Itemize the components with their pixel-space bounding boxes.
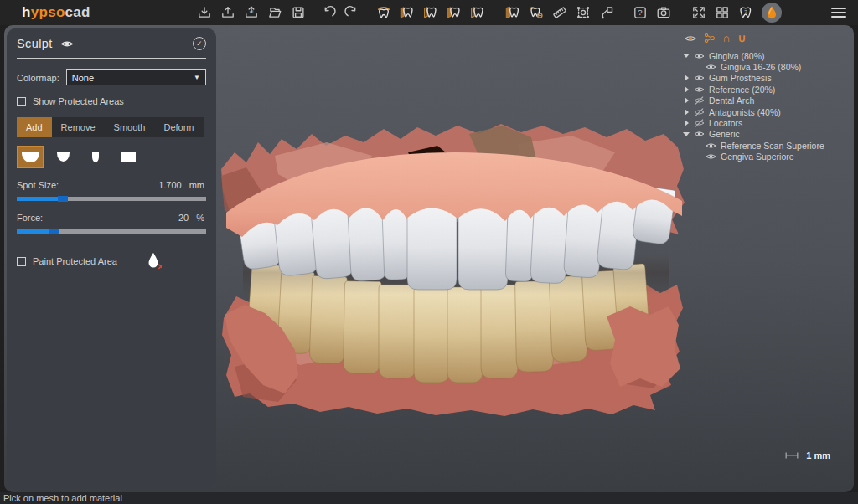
expander-icon[interactable] (683, 109, 690, 116)
eye-visible-icon[interactable] (694, 85, 705, 94)
tooth-edit-button[interactable] (528, 3, 545, 22)
help-button[interactable]: ? (632, 3, 649, 22)
logo-end: cad (65, 4, 90, 20)
tree-item-label: Gum Prosthesis (709, 73, 772, 83)
tree-hierarchy-icon[interactable] (704, 33, 715, 44)
tooth-arch-icon (376, 5, 391, 20)
tooth-arch-button[interactable] (375, 3, 392, 22)
help-icon: ? (633, 5, 648, 20)
eye-visible-icon[interactable] (706, 141, 716, 150)
expander-icon[interactable] (683, 54, 690, 58)
tooth-question-button[interactable]: ? (737, 3, 754, 22)
panel-eye-icon[interactable] (60, 39, 74, 49)
tree-item[interactable]: Reference Scan Superiore (683, 140, 844, 151)
redo-icon (344, 5, 359, 20)
tab-smooth[interactable]: Smooth (105, 117, 155, 137)
spot-size-value: 1.700 (158, 180, 182, 190)
brush-bowl-button[interactable] (49, 146, 76, 168)
export-stl-button[interactable]: stl (243, 3, 260, 22)
sculpt-tabbar: AddRemoveSmoothDeform (17, 117, 204, 137)
tree-item[interactable]: Gum Prosthesis (683, 73, 844, 84)
cut-plane-button[interactable] (598, 3, 615, 22)
confirm-button[interactable]: ✓ (193, 37, 206, 50)
eye-visible-icon[interactable] (694, 52, 705, 60)
tree-visibility-icon[interactable] (685, 34, 696, 43)
tooth-question-icon: ? (738, 5, 753, 20)
force-label: Force: (17, 213, 43, 223)
spot-size-row: Spot Size: 1.700 mm (17, 180, 206, 190)
ruler-button[interactable] (551, 3, 568, 22)
force-slider[interactable] (17, 229, 206, 234)
colormap-label: Colormap: (17, 73, 59, 83)
svg-text:stl: stl (250, 10, 254, 14)
eye-visible-icon[interactable] (694, 74, 705, 82)
export-button[interactable] (220, 3, 236, 22)
tree-item[interactable]: Antagonists (40%) (683, 106, 844, 117)
upper-arch-icon[interactable]: ∩ (722, 34, 730, 43)
tree-item-label: Locators (709, 118, 742, 128)
redo-button[interactable] (344, 3, 360, 22)
eye-visible-icon[interactable] (694, 130, 705, 138)
tree-item[interactable]: Reference (20%) (683, 84, 844, 95)
logo-mid: ypso (31, 4, 65, 20)
tree-item[interactable]: Locators (683, 117, 844, 128)
menu-button[interactable] (831, 8, 846, 18)
brush-point-button[interactable] (82, 146, 109, 168)
tab-add[interactable]: Add (17, 117, 52, 137)
tree-item[interactable]: Gingiva (80%) (683, 50, 844, 61)
tooth-page-4-button[interactable] (469, 3, 486, 22)
brush-flat-button[interactable] (115, 146, 142, 168)
selection-icon (576, 5, 591, 20)
tree-item[interactable]: Gingiva 16-26 (80%) (683, 61, 844, 72)
expander-icon[interactable] (683, 75, 690, 81)
eye-hidden-icon[interactable] (694, 119, 705, 127)
tab-remove[interactable]: Remove (52, 117, 105, 137)
tooth-page-2-button[interactable] (422, 3, 439, 22)
layout-grid-button[interactable] (714, 3, 731, 22)
viewport-3d[interactable]: Sculpt ✓ Colormap: None ▼ Show Protected… (4, 25, 854, 492)
logo-h: h (22, 4, 31, 20)
camera-icon (656, 5, 671, 20)
colormap-select[interactable]: None ▼ (66, 69, 206, 85)
tree-item[interactable]: Generic (683, 129, 844, 140)
tooth-page-3-button[interactable] (446, 3, 463, 22)
sculpt-active-button[interactable] (761, 3, 783, 22)
spot-size-slider[interactable] (17, 197, 206, 201)
open-project-button[interactable] (266, 3, 283, 22)
expander-icon[interactable] (683, 97, 690, 104)
save-icon (291, 5, 306, 20)
selection-button[interactable] (575, 3, 592, 22)
save-project-button[interactable] (290, 3, 307, 22)
show-protected-checkbox[interactable] (17, 97, 26, 106)
eye-visible-icon[interactable] (706, 152, 716, 161)
expander-icon[interactable] (683, 120, 690, 126)
expander-icon[interactable] (683, 132, 690, 136)
flat-icon (121, 152, 136, 162)
eye-visible-icon[interactable] (706, 63, 716, 71)
svg-text:?: ? (744, 8, 747, 14)
tooth-plan-button[interactable] (504, 3, 521, 22)
tooth-page-3-icon (447, 5, 462, 20)
tooth-edit-icon (529, 5, 544, 20)
screenshot-button[interactable] (655, 3, 672, 22)
colormap-row: Colormap: None ▼ (17, 69, 206, 85)
tree-item[interactable]: Dental Arch (683, 95, 844, 106)
tooth-page-1-icon (400, 5, 415, 20)
tree-item[interactable]: Gengiva Superiore (683, 152, 844, 162)
lower-arch-icon[interactable]: ∪ (737, 34, 746, 43)
expander-icon[interactable] (683, 86, 690, 93)
spot-size-label: Spot Size: (17, 180, 59, 190)
tooth-page-1-button[interactable] (399, 3, 416, 22)
brush-shape-row (17, 146, 206, 168)
fit-view-button[interactable] (690, 3, 707, 22)
tab-deform[interactable]: Deform (154, 117, 203, 137)
tree-item-label: Generic (709, 129, 740, 139)
eye-hidden-icon[interactable] (694, 108, 705, 116)
brush-wide-bowl-button[interactable] (17, 146, 44, 168)
undo-button[interactable] (320, 3, 337, 22)
measure-icon (785, 451, 799, 460)
tree-item-label: Dental Arch (709, 95, 754, 105)
eye-hidden-icon[interactable] (694, 96, 705, 105)
paint-protected-checkbox[interactable] (17, 257, 26, 266)
import-button[interactable] (196, 3, 213, 22)
